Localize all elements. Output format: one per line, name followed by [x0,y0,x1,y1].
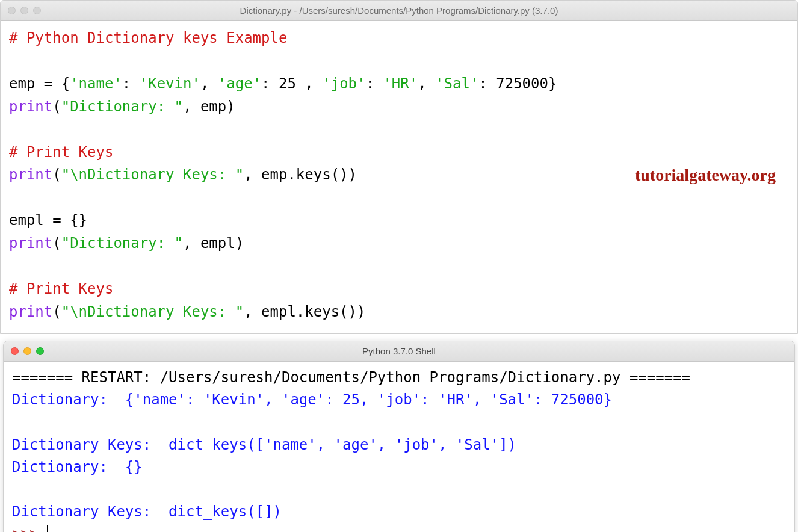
shell-restart-suffix: ======= [620,369,690,386]
zoom-icon[interactable] [33,7,41,14]
code-string: 'name' [70,75,122,92]
code-text: : [478,75,496,92]
code-text: , [200,75,218,92]
code-text: emp = { [9,75,70,92]
traffic-lights [4,347,44,355]
code-comment: # Python Dictionary keys Example [9,29,287,46]
code-string: 'age' [218,75,261,92]
shell-restart-prefix: ======= [12,369,82,386]
code-text: , [296,75,322,92]
code-text: , empl) [183,235,244,252]
code-builtin: print [9,235,52,252]
code-comment: # Print Keys [9,144,113,161]
close-icon[interactable] [11,347,19,355]
code-string: 'job' [322,75,365,92]
code-text: , emp) [183,98,235,115]
shell-output: Dictionary Keys: dict_keys(['name', 'age… [12,436,516,453]
code-text: : [261,75,279,92]
zoom-icon[interactable] [36,347,44,355]
code-text: empl = {} [9,212,87,229]
code-text: : [366,75,383,92]
code-text: , [418,75,435,92]
code-number: 25 [279,75,296,92]
code-text: ( [52,166,61,183]
code-number: 725000 [496,75,548,92]
code-builtin: print [9,166,52,183]
code-string: 'Sal' [435,75,478,92]
code-text: ( [52,98,61,115]
code-builtin: print [9,303,52,320]
idle-editor-window: Dictionary.py - /Users/suresh/Documents/… [0,0,798,334]
code-string: "Dictionary: " [61,98,183,115]
shell-restart-line: RESTART: /Users/suresh/Documents/Python … [82,369,621,386]
code-string: "\nDictionary Keys: " [61,166,244,183]
code-string: "\nDictionary Keys: " [61,303,244,320]
watermark-text: tutorialgateway.org [635,162,776,188]
code-string: 'Kevin' [140,75,200,92]
minimize-icon[interactable] [20,7,28,14]
shell-output: Dictionary: {} [12,459,143,475]
editor-code-area[interactable]: # Python Dictionary keys Example emp = {… [1,21,797,333]
code-text: ( [52,303,61,320]
code-string: 'HR' [383,75,418,92]
cursor-icon [47,525,48,532]
code-comment: # Print Keys [9,280,113,297]
code-text: , emp.keys()) [244,166,357,183]
code-text: } [548,75,557,92]
minimize-icon[interactable] [23,347,31,355]
code-text: ( [52,235,61,252]
shell-output: Dictionary: {'name': 'Kevin', 'age': 25,… [12,391,612,408]
shell-titlebar[interactable]: Python 3.7.0 Shell [4,341,794,362]
shell-output-area[interactable]: ======= RESTART: /Users/suresh/Documents… [4,362,794,532]
shell-title: Python 3.7.0 Shell [4,346,794,356]
close-icon[interactable] [8,7,16,14]
code-text: : [122,75,140,92]
editor-title: Dictionary.py - /Users/suresh/Documents/… [1,5,797,16]
traffic-lights [1,7,41,14]
idle-shell-window: Python 3.7.0 Shell ======= RESTART: /Use… [3,341,795,532]
code-text: , empl.keys()) [244,303,365,320]
shell-output: Dictionary Keys: dict_keys([]) [12,503,282,520]
editor-titlebar[interactable]: Dictionary.py - /Users/suresh/Documents/… [1,1,797,21]
shell-prompt: >>> [12,525,47,532]
code-builtin: print [9,98,52,115]
code-string: "Dictionary: " [61,235,183,252]
